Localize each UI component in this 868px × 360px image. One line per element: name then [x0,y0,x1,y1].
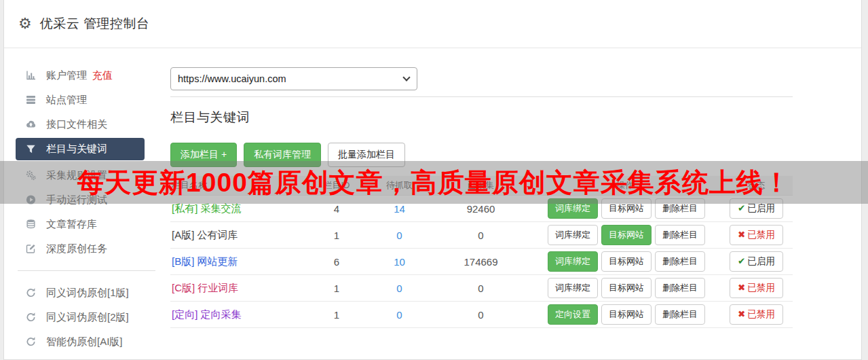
sidebar-item-label: 同义词伪原创[2版] [46,311,129,324]
action-button-1-0[interactable]: 词库绑定 [548,225,598,245]
play-icon [24,194,37,205]
sidebar-item-10[interactable]: 同义词伪原创[2版] [4,305,170,329]
cloud-upload-icon [24,119,37,130]
pending-count-link[interactable]: 0 [396,230,402,241]
pending-cell: 0 [367,302,432,328]
status-disabled-button[interactable]: ✖已禁用 [730,278,783,298]
sidebar-item-9[interactable]: 同义词伪原创[1版] [4,281,170,305]
toolbar: 添加栏目 +私有词库管理批量添加栏目 [170,143,861,167]
sidebar-item-5[interactable]: 手动运行测试 [4,187,170,212]
table-row: [定向] 定向采集100定向设置目标网站删除栏目✖已禁用 [170,302,793,328]
recharge-link[interactable]: 充值 [92,69,113,82]
site-selector[interactable]: https://www.ucaiyun.com [170,67,417,90]
pending-count-link[interactable]: 10 [394,256,405,268]
action-button-1-2[interactable]: 删除栏目 [655,225,705,245]
sidebar-item-2[interactable]: 接口文件相关 [4,112,170,137]
bar-chart-icon [24,70,37,81]
column-header: 待抓取 [367,176,432,196]
pending-count-link[interactable]: 0 [396,309,402,321]
column-header: 操作 [530,176,720,196]
pending-count-link[interactable]: 0 [396,283,402,294]
cross-icon: ✖ [738,230,745,240]
status-cell: ✖已禁用 [720,302,793,328]
table-row: [B版] 网站更新610174669词库绑定目标网站删除栏目✔已启用 [170,249,793,275]
sidebar-item-1[interactable]: 站点管理 [4,88,170,112]
status-enabled-button[interactable]: ✔已启用 [730,198,783,219]
action-button-0-0[interactable]: 词库绑定 [548,198,598,219]
action-button-2-2[interactable]: 删除栏目 [655,251,705,272]
column-id: 1 [306,275,367,302]
action-button-0-1[interactable]: 目标网站 [601,198,652,219]
funnel-icon [24,144,37,155]
table-row: [A版] 公有词库100词库绑定目标网站删除栏目✖已禁用 [170,222,793,249]
action-button-4-1[interactable]: 目标网站 [601,304,652,325]
collected-count: 0 [432,275,530,302]
action-button-4-0[interactable]: 定向设置 [548,304,598,325]
status-cell: ✔已启用 [720,196,793,222]
sidebar-item-label: 账户管理 [46,69,87,82]
collected-count: 92460 [432,196,530,222]
sidebar-divider [18,270,155,271]
database-icon [24,219,37,230]
action-button-1-1[interactable]: 目标网站 [601,225,652,245]
column-name-link[interactable]: [私有] 采集交流 [170,196,306,222]
column-id: 4 [306,196,367,222]
column-name-link[interactable]: [C版] 行业词库 [170,275,306,302]
action-button-3-2[interactable]: 删除栏目 [655,278,705,298]
action-button-0-2[interactable]: 删除栏目 [655,198,705,219]
status-cell: ✖已禁用 [720,222,793,249]
column-name-link[interactable]: [B版] 网站更新 [170,249,306,275]
pending-cell: 10 [367,249,432,275]
action-button-3-1[interactable]: 目标网站 [601,278,652,298]
main-content: https://www.ucaiyun.com 栏目与关键词 添加栏目 +私有词… [170,48,861,359]
status-enabled-button[interactable]: ✔已启用 [730,251,783,272]
actions-cell: 词库绑定目标网站删除栏目 [530,222,720,249]
actions-cell: 词库绑定目标网站删除栏目 [530,196,720,222]
toolbar-button-0[interactable]: 添加栏目 + [170,143,237,167]
table-row: [私有] 采集交流41492460词库绑定目标网站删除栏目✔已启用 [170,196,793,222]
sidebar-item-0[interactable]: 账户管理充值 [4,63,170,88]
status-label: 已禁用 [747,230,775,240]
status-disabled-button[interactable]: ✖已禁用 [730,304,783,325]
collected-count: 0 [432,302,530,328]
toolbar-button-1[interactable]: 私有词库管理 [244,143,321,167]
actions-cell: 词库绑定目标网站删除栏目 [530,249,720,275]
status-disabled-button[interactable]: ✖已禁用 [730,225,783,245]
column-id: 1 [306,222,367,249]
column-id: 1 [306,302,367,328]
status-cell: ✔已启用 [720,249,793,275]
sidebar-item-3[interactable]: 栏目与关键词 [16,138,145,160]
column-header: 已采集 [432,176,530,196]
column-header: 栏目ID [306,176,367,196]
sidebar-item-11[interactable]: 智能伪原创[AI版] [4,329,170,354]
column-id: 6 [306,249,367,275]
cross-icon: ✖ [738,283,745,293]
toolbar-button-2[interactable]: 批量添加栏目 [328,143,405,167]
column-name-link[interactable]: [A版] 公有词库 [170,222,306,249]
sidebar-item-label: 文章暂存库 [46,218,97,231]
sidebar-item-4[interactable]: 采集规则设置 [4,163,170,187]
status-cell: ✖已禁用 [720,275,793,302]
pending-cell: 0 [367,275,432,302]
column-header: 栏目名称 [170,176,306,196]
status-label: 已禁用 [747,283,775,293]
check-icon: ✔ [738,203,745,213]
sidebar-item-7[interactable]: 深度原创任务 [4,236,170,261]
pending-count-link[interactable]: 14 [394,203,405,215]
app-header: ⚙ 优采云 管理控制台 [4,0,861,48]
app-title: 优采云 管理控制台 [40,15,150,33]
refresh-icon [24,312,37,323]
action-button-4-2[interactable]: 删除栏目 [655,304,705,325]
table-header-row: 栏目名称栏目ID待抓取已采集操作状态 [170,176,793,196]
columns-table: 栏目名称栏目ID待抓取已采集操作状态 [私有] 采集交流41492460词库绑定… [170,176,793,328]
action-button-2-0[interactable]: 词库绑定 [548,251,598,272]
column-name-link[interactable]: [定向] 定向采集 [170,302,306,328]
sidebar-item-12[interactable]: UWriter深度原创 [4,354,170,360]
sidebar-item-6[interactable]: 文章暂存库 [4,212,170,236]
action-button-2-1[interactable]: 目标网站 [601,251,652,272]
actions-cell: 定向设置目标网站删除栏目 [530,302,720,328]
action-button-3-0[interactable]: 词库绑定 [548,278,598,298]
edit-icon [24,243,37,254]
divider [170,96,793,97]
sidebar-item-label: 采集规则设置 [46,169,107,182]
